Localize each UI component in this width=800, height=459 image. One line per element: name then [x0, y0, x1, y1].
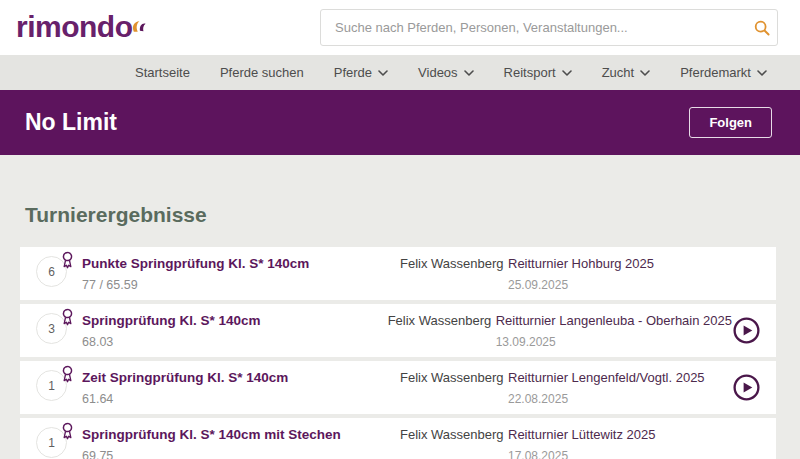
- main-nav: Startseite Pferde suchen Pferde Videos R…: [0, 55, 800, 90]
- tournament-date: 22.08.2025: [508, 392, 732, 406]
- nav-item-pferde-suchen[interactable]: Pferde suchen: [220, 65, 304, 80]
- search-input[interactable]: [321, 20, 747, 35]
- tournament-name[interactable]: Reitturnier Langenleuba - Oberhain 2025: [496, 313, 732, 328]
- follow-button[interactable]: Folgen: [689, 107, 772, 138]
- header: rimondo: [0, 0, 800, 55]
- tournament-date: 13.09.2025: [496, 335, 732, 349]
- result-row: 1 Springprüfung Kl. S* 140cm mit Stechen…: [20, 418, 776, 459]
- tournament-name[interactable]: Reitturnier Lüttewitz 2025: [508, 427, 732, 442]
- placement-badge: 6: [20, 247, 82, 300]
- competition-title[interactable]: Zeit Springprüfung Kl. S* 140cm: [82, 370, 400, 385]
- nav-item-zucht[interactable]: Zucht: [602, 65, 651, 80]
- chevron-down-icon: [757, 70, 767, 76]
- search-bar: [320, 9, 778, 46]
- nav-item-pferdemarkt[interactable]: Pferdemarkt: [680, 65, 767, 80]
- nav-item-videos[interactable]: Videos: [418, 65, 474, 80]
- rider-name[interactable]: Felix Wassenberg: [388, 304, 496, 357]
- profile-banner: No Limit Folgen: [0, 90, 800, 155]
- result-score: 77 / 65.59: [82, 278, 400, 292]
- brand-logo-text: rimondo: [16, 10, 133, 43]
- result-score: 69.75: [82, 449, 400, 459]
- result-row: 6 Punkte Springprüfung Kl. S* 140cm 77 /…: [20, 247, 776, 300]
- competition-title[interactable]: Springprüfung Kl. S* 140cm: [82, 313, 388, 328]
- nav-item-startseite[interactable]: Startseite: [135, 65, 190, 80]
- results-list: 6 Punkte Springprüfung Kl. S* 140cm 77 /…: [20, 247, 776, 459]
- placement-badge: 1: [20, 361, 82, 414]
- rider-name[interactable]: Felix Wassenberg: [400, 418, 508, 459]
- chevron-down-icon: [640, 70, 650, 76]
- play-video-icon[interactable]: [732, 316, 761, 345]
- section-title: Turnierergebnisse: [25, 203, 776, 227]
- main-content: Turnierergebnisse 6 Punkte Springprüfung…: [0, 155, 800, 459]
- rosette-icon: [58, 363, 77, 388]
- tournament-date: 17.08.2025: [508, 449, 732, 459]
- result-score: 61.64: [82, 392, 400, 406]
- logo-accent-icon: [130, 7, 147, 41]
- brand-logo[interactable]: rimondo: [16, 10, 133, 44]
- competition-title[interactable]: Punkte Springprüfung Kl. S* 140cm: [82, 256, 400, 271]
- rosette-icon: [58, 249, 77, 274]
- tournament-name[interactable]: Reitturnier Lengenfeld/Vogtl. 2025: [508, 370, 732, 385]
- placement-badge: 3: [20, 304, 82, 357]
- chevron-down-icon: [378, 70, 388, 76]
- chevron-down-icon: [464, 70, 474, 76]
- placement-badge: 1: [20, 418, 82, 459]
- rosette-icon: [58, 306, 77, 331]
- rosette-icon: [58, 420, 77, 445]
- result-row: 1 Zeit Springprüfung Kl. S* 140cm 61.64 …: [20, 361, 776, 414]
- result-row: 3 Springprüfung Kl. S* 140cm 68.03 Felix…: [20, 304, 776, 357]
- tournament-date: 25.09.2025: [508, 278, 732, 292]
- tournament-name[interactable]: Reitturnier Hohburg 2025: [508, 256, 732, 271]
- chevron-down-icon: [562, 70, 572, 76]
- nav-item-pferde[interactable]: Pferde: [334, 65, 388, 80]
- rider-name[interactable]: Felix Wassenberg: [400, 361, 508, 414]
- nav-item-reitsport[interactable]: Reitsport: [504, 65, 572, 80]
- play-video-icon[interactable]: [732, 373, 761, 402]
- page-title: No Limit: [25, 109, 117, 136]
- rider-name[interactable]: Felix Wassenberg: [400, 247, 508, 300]
- result-score: 68.03: [82, 335, 388, 349]
- competition-title[interactable]: Springprüfung Kl. S* 140cm mit Stechen: [82, 427, 400, 442]
- search-icon[interactable]: [747, 19, 777, 37]
